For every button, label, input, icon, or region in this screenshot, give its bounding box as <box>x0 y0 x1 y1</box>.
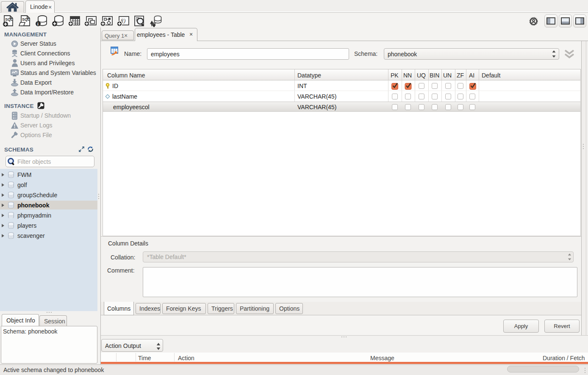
svg-text:SQL: SQL <box>22 17 30 22</box>
svg-text:i: i <box>37 22 39 26</box>
svg-text:SQL: SQL <box>5 17 13 22</box>
